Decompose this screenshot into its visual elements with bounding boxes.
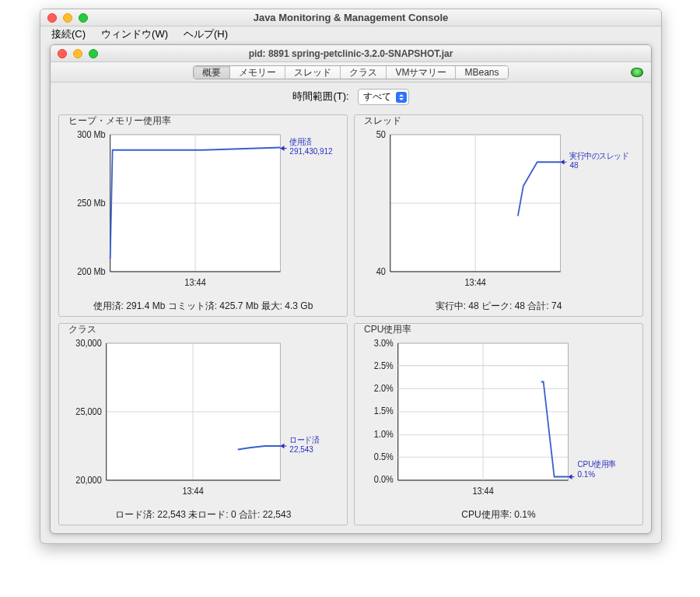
outer-titlebar: Java Monitoring & Management Console <box>40 9 661 26</box>
svg-text:25,000: 25,000 <box>75 407 101 417</box>
svg-text:20,000: 20,000 <box>75 476 101 486</box>
chevron-updown-icon <box>396 92 407 103</box>
main-window: Java Monitoring & Management Console 接続(… <box>40 9 662 544</box>
chart-classes: 30,000 25,000 20,000 13:44 ロード済 22,543 <box>64 335 342 506</box>
svg-text:ロード済: ロード済 <box>289 435 319 444</box>
tab-threads[interactable]: スレッド <box>285 66 341 79</box>
panel-cpu: CPU使用率 3.0% 2.5% 2.0% <box>354 323 643 525</box>
svg-marker-22 <box>561 160 565 165</box>
svg-text:0.5%: 0.5% <box>374 451 394 462</box>
connection-status-icon <box>631 68 643 77</box>
svg-text:200 Mb: 200 Mb <box>77 267 105 277</box>
tab-group: 概要 メモリー スレッド クラス VMサマリー MBeans <box>193 65 508 79</box>
tab-mbeans[interactable]: MBeans <box>456 66 507 79</box>
panel-heap-footer: 使用済: 291.4 Mb コミット済: 425.7 Mb 最大: 4.3 Gb <box>59 300 347 313</box>
svg-marker-54 <box>569 474 572 479</box>
menu-help[interactable]: ヘルプ(H) <box>176 27 236 41</box>
svg-text:50: 50 <box>376 130 386 140</box>
chart-cpu: 3.0% 2.5% 2.0% 1.5% 1.0% 0.5% 0.0% 13:44… <box>359 335 638 506</box>
menu-connection[interactable]: 接続(C) <box>44 27 93 41</box>
panel-classes: クラス 30,000 25,000 20,000 13:44 ロード済 <box>58 323 348 525</box>
svg-text:13:44: 13:44 <box>464 277 486 287</box>
menu-window[interactable]: ウィンドウ(W) <box>93 27 176 41</box>
panel-threads: スレッド 50 40 13:44 実行中のスレッド 48 <box>354 114 643 317</box>
time-range-value: すべて <box>363 91 391 102</box>
tabbar: 概要 メモリー スレッド クラス VMサマリー MBeans <box>51 62 651 83</box>
svg-text:13:44: 13:44 <box>184 277 206 287</box>
inner-window-title: pid: 8891 spring-petclinic-3.2.0-SNAPSHO… <box>51 48 651 59</box>
svg-text:48: 48 <box>569 160 578 170</box>
menubar: 接続(C) ウィンドウ(W) ヘルプ(H) <box>40 26 661 41</box>
time-range-label: 時間範囲(T): <box>292 90 348 102</box>
inner-window: pid: 8891 spring-petclinic-3.2.0-SNAPSHO… <box>50 44 652 534</box>
panel-threads-footer: 実行中: 48 ピーク: 48 合計: 74 <box>355 300 642 313</box>
panel-classes-footer: ロード済: 22,543 未ロード: 0 合計: 22,543 <box>59 508 347 521</box>
panel-heap: ヒープ・メモリー使用率 300 Mb 250 Mb 200 Mb 13:44 使… <box>58 114 348 317</box>
svg-text:40: 40 <box>376 267 386 277</box>
chart-threads: 50 40 13:44 実行中のスレッド 48 <box>359 126 638 297</box>
panel-cpu-footer: CPU使用率: 0.1% <box>355 508 642 521</box>
tab-classes[interactable]: クラス <box>341 66 387 79</box>
svg-marker-34 <box>280 444 284 449</box>
svg-text:1.5%: 1.5% <box>374 406 394 416</box>
svg-text:250 Mb: 250 Mb <box>77 198 105 209</box>
tab-memory[interactable]: メモリー <box>230 66 285 79</box>
time-range-row: 時間範囲(T): すべて <box>51 83 651 110</box>
svg-text:使用済: 使用済 <box>289 138 311 147</box>
time-range-select[interactable]: すべて <box>358 89 408 105</box>
svg-text:1.0%: 1.0% <box>374 430 394 440</box>
svg-text:実行中のスレッド: 実行中のスレッド <box>569 151 628 160</box>
svg-text:2.5%: 2.5% <box>374 361 394 371</box>
svg-text:CPU使用率: CPU使用率 <box>577 460 615 469</box>
inner-titlebar: pid: 8891 spring-petclinic-3.2.0-SNAPSHO… <box>51 45 651 62</box>
svg-text:13:44: 13:44 <box>472 486 494 496</box>
svg-text:30,000: 30,000 <box>75 339 101 349</box>
svg-text:22,543: 22,543 <box>289 444 313 454</box>
svg-marker-11 <box>280 146 284 151</box>
chart-heap: 300 Mb 250 Mb 200 Mb 13:44 使用済 291,430,9… <box>64 126 342 297</box>
svg-text:13:44: 13:44 <box>182 486 204 496</box>
svg-text:0.0%: 0.0% <box>374 475 394 485</box>
chart-grid: ヒープ・メモリー使用率 300 Mb 250 Mb 200 Mb 13:44 使… <box>51 110 651 533</box>
svg-text:3.0%: 3.0% <box>374 339 394 349</box>
svg-text:0.1%: 0.1% <box>577 469 595 479</box>
svg-text:300 Mb: 300 Mb <box>77 130 105 140</box>
svg-text:2.0%: 2.0% <box>374 383 394 393</box>
tab-overview[interactable]: 概要 <box>194 66 230 79</box>
svg-text:291,430,912: 291,430,912 <box>289 147 332 156</box>
tab-vm[interactable]: VMサマリー <box>387 66 456 79</box>
outer-window-title: Java Monitoring & Management Console <box>40 12 661 23</box>
